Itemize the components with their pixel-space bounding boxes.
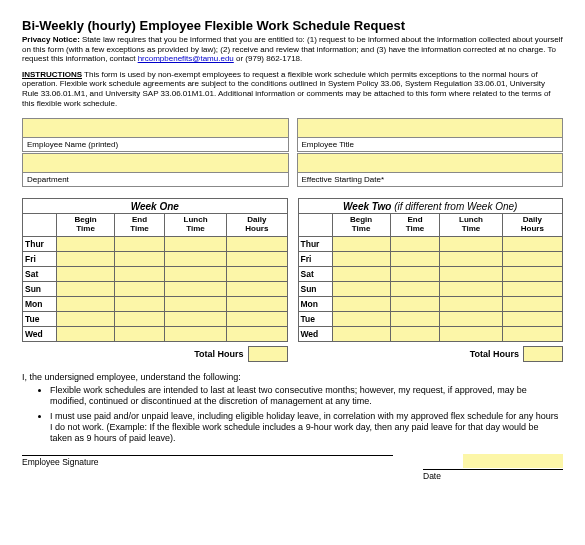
w1-wed-hours[interactable] bbox=[227, 326, 287, 341]
employee-title-label: Employee Title bbox=[298, 137, 563, 151]
w2-wed-begin[interactable] bbox=[332, 326, 390, 341]
week-one-table: Week One BeginTime EndTime LunchTime Dai… bbox=[22, 198, 288, 342]
signature-name-block: Employee Signature bbox=[22, 454, 393, 481]
w2-tue-hours[interactable] bbox=[502, 311, 562, 326]
col-daily: DailyHours bbox=[227, 214, 287, 237]
w1-mon: Mon bbox=[23, 296, 57, 311]
w1-wed-lunch[interactable] bbox=[164, 326, 226, 341]
col2-end: EndTime bbox=[390, 214, 440, 237]
w2-sat-lunch[interactable] bbox=[440, 266, 502, 281]
employee-name-label: Employee Name (printed) bbox=[23, 137, 288, 151]
week-one-title: Week One bbox=[23, 199, 288, 214]
employee-info-grid: Employee Name (printed) Department Emplo… bbox=[22, 118, 563, 188]
w2-sat-begin[interactable] bbox=[332, 266, 390, 281]
w1-thur-end[interactable] bbox=[115, 236, 165, 251]
w1-thur-hours[interactable] bbox=[227, 236, 287, 251]
w1-fri-lunch[interactable] bbox=[164, 251, 226, 266]
w2-sun-lunch[interactable] bbox=[440, 281, 502, 296]
w2-tue-begin[interactable] bbox=[332, 311, 390, 326]
w2-mon-hours[interactable] bbox=[502, 296, 562, 311]
w1-mon-end[interactable] bbox=[115, 296, 165, 311]
w1-sun-hours[interactable] bbox=[227, 281, 287, 296]
w2-sun-hours[interactable] bbox=[502, 281, 562, 296]
w1-mon-lunch[interactable] bbox=[164, 296, 226, 311]
w2-fri-lunch[interactable] bbox=[440, 251, 502, 266]
instructions-block: INSTRUCTIONS This form is used by non-ex… bbox=[22, 70, 563, 108]
privacy-notice: Privacy Notice: State law requires that … bbox=[22, 35, 563, 64]
w1-thur-begin[interactable] bbox=[57, 236, 115, 251]
w2-thur-end[interactable] bbox=[390, 236, 440, 251]
w2-thur-hours[interactable] bbox=[502, 236, 562, 251]
w1-sat: Sat bbox=[23, 266, 57, 281]
weeks-container: Week One BeginTime EndTime LunchTime Dai… bbox=[22, 198, 563, 362]
effective-date-label: Effective Starting Date* bbox=[298, 172, 563, 186]
w1-fri-hours[interactable] bbox=[227, 251, 287, 266]
col2-begin: BeginTime bbox=[332, 214, 390, 237]
w2-sun: Sun bbox=[298, 281, 332, 296]
w1-sat-end[interactable] bbox=[115, 266, 165, 281]
department-label: Department bbox=[23, 172, 288, 186]
employee-title-field[interactable] bbox=[298, 119, 563, 137]
w1-tue-begin[interactable] bbox=[57, 311, 115, 326]
w1-fri-end[interactable] bbox=[115, 251, 165, 266]
w1-sun-end[interactable] bbox=[115, 281, 165, 296]
w2-thur-lunch[interactable] bbox=[440, 236, 502, 251]
w2-fri-end[interactable] bbox=[390, 251, 440, 266]
instructions-text: This form is used by non-exempt employee… bbox=[22, 70, 551, 108]
w2-tue: Tue bbox=[298, 311, 332, 326]
w1-wed-begin[interactable] bbox=[57, 326, 115, 341]
w2-mon: Mon bbox=[298, 296, 332, 311]
contact-email-link[interactable]: hrcompbenefits@tamu.edu bbox=[138, 54, 234, 63]
w2-mon-begin[interactable] bbox=[332, 296, 390, 311]
ack-bullet-1: Flexible work schedules are intended to … bbox=[50, 385, 563, 408]
w1-tue-end[interactable] bbox=[115, 311, 165, 326]
w1-mon-hours[interactable] bbox=[227, 296, 287, 311]
col2-day bbox=[298, 214, 332, 237]
w2-fri-begin[interactable] bbox=[332, 251, 390, 266]
employee-name-field[interactable] bbox=[23, 119, 288, 137]
w1-sun-begin[interactable] bbox=[57, 281, 115, 296]
signature-date-field[interactable] bbox=[463, 454, 563, 468]
week-one-total-field[interactable] bbox=[248, 346, 288, 362]
w2-sun-end[interactable] bbox=[390, 281, 440, 296]
col2-lunch: LunchTime bbox=[440, 214, 502, 237]
week-two-total-field[interactable] bbox=[523, 346, 563, 362]
w2-tue-end[interactable] bbox=[390, 311, 440, 326]
week-two-total-label: Total Hours bbox=[470, 349, 519, 359]
week-two-total-row: Total Hours bbox=[298, 346, 564, 362]
w1-sun-lunch[interactable] bbox=[164, 281, 226, 296]
w2-tue-lunch[interactable] bbox=[440, 311, 502, 326]
w2-wed-end[interactable] bbox=[390, 326, 440, 341]
week-one-total-label: Total Hours bbox=[194, 349, 243, 359]
w1-sat-hours[interactable] bbox=[227, 266, 287, 281]
w1-mon-begin[interactable] bbox=[57, 296, 115, 311]
instructions-label: INSTRUCTIONS bbox=[22, 70, 82, 79]
w1-tue: Tue bbox=[23, 311, 57, 326]
effective-date-field[interactable] bbox=[298, 154, 563, 172]
signature-date-label: Date bbox=[423, 469, 563, 481]
w2-mon-lunch[interactable] bbox=[440, 296, 502, 311]
w2-wed-lunch[interactable] bbox=[440, 326, 502, 341]
w2-sat-hours[interactable] bbox=[502, 266, 562, 281]
w2-fri: Fri bbox=[298, 251, 332, 266]
w2-thur-begin[interactable] bbox=[332, 236, 390, 251]
w2-wed-hours[interactable] bbox=[502, 326, 562, 341]
w2-sat-end[interactable] bbox=[390, 266, 440, 281]
w1-wed-end[interactable] bbox=[115, 326, 165, 341]
week-one-total-row: Total Hours bbox=[22, 346, 288, 362]
signature-date-block: Date bbox=[423, 454, 563, 481]
w2-mon-end[interactable] bbox=[390, 296, 440, 311]
employee-title-box: Employee Title bbox=[297, 118, 564, 152]
w2-sat: Sat bbox=[298, 266, 332, 281]
w1-fri-begin[interactable] bbox=[57, 251, 115, 266]
w1-sat-begin[interactable] bbox=[57, 266, 115, 281]
w2-wed: Wed bbox=[298, 326, 332, 341]
department-field[interactable] bbox=[23, 154, 288, 172]
w1-tue-lunch[interactable] bbox=[164, 311, 226, 326]
w2-fri-hours[interactable] bbox=[502, 251, 562, 266]
w1-thur-lunch[interactable] bbox=[164, 236, 226, 251]
col-end: EndTime bbox=[115, 214, 165, 237]
w1-sat-lunch[interactable] bbox=[164, 266, 226, 281]
w2-sun-begin[interactable] bbox=[332, 281, 390, 296]
w1-tue-hours[interactable] bbox=[227, 311, 287, 326]
